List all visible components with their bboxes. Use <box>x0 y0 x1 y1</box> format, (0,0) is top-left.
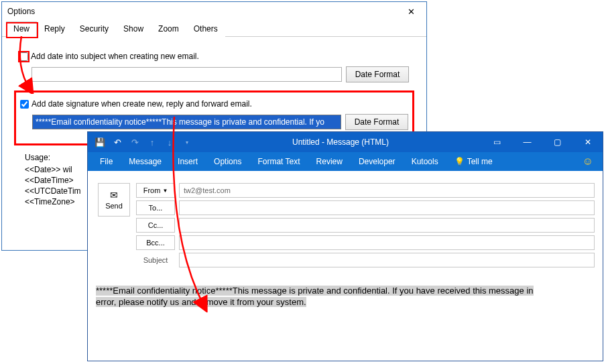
compose-window: 💾 ↶ ↷ ↑ ↓ ▾ Untitled - Message (HTML) ▭ … <box>87 131 603 361</box>
tab-others[interactable]: Others <box>186 21 225 37</box>
add-signature-label: Add date signature when create new, repl… <box>32 99 252 109</box>
chevron-down-icon: ▼ <box>162 188 168 194</box>
ribbon-menu: File Message Insert Options Format Text … <box>88 152 603 171</box>
subject-field[interactable] <box>179 253 595 267</box>
menu-kutools[interactable]: Kutools <box>404 152 446 171</box>
minimize-icon[interactable]: — <box>512 132 542 152</box>
message-body[interactable]: *****Email confidentiality notice*****Th… <box>96 285 595 355</box>
to-field[interactable] <box>179 200 595 215</box>
subject-label: Subject <box>136 256 175 264</box>
menu-insert[interactable]: Insert <box>170 152 206 171</box>
up-icon[interactable]: ↑ <box>147 137 158 147</box>
down-icon[interactable]: ↓ <box>164 137 175 147</box>
send-button[interactable]: ✉ Send <box>98 183 130 217</box>
bcc-field[interactable] <box>179 235 595 250</box>
menu-review[interactable]: Review <box>308 152 351 171</box>
ribbon-options-icon[interactable]: ▭ <box>482 132 512 152</box>
window-buttons: ▭ — ▢ ✕ <box>482 132 603 152</box>
date-format-button-2[interactable]: Date Format <box>345 114 408 130</box>
menu-file[interactable]: File <box>92 152 121 171</box>
tab-zoom[interactable]: Zoom <box>151 21 186 37</box>
close-icon[interactable]: ✕ <box>401 7 421 17</box>
undo-icon[interactable]: ↶ <box>112 137 123 147</box>
from-button[interactable]: From▼ <box>136 183 175 198</box>
compose-body: ✉ Send From▼ To... Cc... Bcc... <box>88 171 603 361</box>
add-date-subject-row: Add date into subject when creating new … <box>19 49 409 64</box>
maximize-icon[interactable]: ▢ <box>542 132 572 152</box>
date-format-button-1[interactable]: Date Format <box>346 66 409 82</box>
bcc-button[interactable]: Bcc... <box>136 235 175 250</box>
options-tabstrip: New Reply Security Show Zoom Others <box>2 21 426 37</box>
compose-title: Untitled - Message (HTML) <box>199 137 482 147</box>
add-date-subject-input-row: Date Format <box>19 66 409 82</box>
smiley-icon[interactable]: ☺ <box>577 156 599 168</box>
tab-security[interactable]: Security <box>72 21 116 37</box>
menu-options[interactable]: Options <box>206 152 249 171</box>
menu-format-text[interactable]: Format Text <box>249 152 308 171</box>
bulb-icon: 💡 <box>454 157 465 166</box>
tab-reply[interactable]: Reply <box>37 21 72 37</box>
add-signature-input-row: Date Format <box>20 114 408 130</box>
options-titlebar: Options ✕ <box>2 2 426 21</box>
add-date-subject-checkbox[interactable] <box>19 52 28 61</box>
add-signature-row: Add date signature when create new, repl… <box>20 97 408 111</box>
to-button[interactable]: To... <box>136 200 175 215</box>
save-icon[interactable]: 💾 <box>95 137 105 147</box>
compose-titlebar: 💾 ↶ ↷ ↑ ↓ ▾ Untitled - Message (HTML) ▭ … <box>88 132 603 152</box>
compose-header: ✉ Send From▼ To... Cc... Bcc... <box>96 183 595 270</box>
close-icon[interactable]: ✕ <box>572 132 603 152</box>
tab-new[interactable]: New <box>6 21 37 37</box>
cc-field[interactable] <box>179 218 595 233</box>
qat-more-icon[interactable]: ▾ <box>182 137 192 147</box>
add-date-subject-input[interactable] <box>32 67 342 82</box>
add-date-subject-label: Add date into subject when creating new … <box>31 52 199 61</box>
menu-tell-me[interactable]: 💡Tell me <box>446 152 501 171</box>
redo-icon[interactable]: ↷ <box>129 137 140 147</box>
menu-developer[interactable]: Developer <box>351 152 404 171</box>
body-line-1: *****Email confidentiality notice*****Th… <box>96 286 534 296</box>
from-field[interactable] <box>179 183 595 198</box>
quick-access-toolbar: 💾 ↶ ↷ ↑ ↓ ▾ <box>88 137 199 147</box>
add-signature-checkbox[interactable] <box>20 100 29 109</box>
tab-show[interactable]: Show <box>116 21 151 37</box>
cc-button[interactable]: Cc... <box>136 218 175 233</box>
menu-message[interactable]: Message <box>121 152 170 171</box>
add-signature-input[interactable] <box>32 115 341 129</box>
options-title: Options <box>7 7 401 16</box>
body-line-2: error, please notify us and remove it fr… <box>96 297 306 307</box>
envelope-icon: ✉ <box>110 190 118 200</box>
